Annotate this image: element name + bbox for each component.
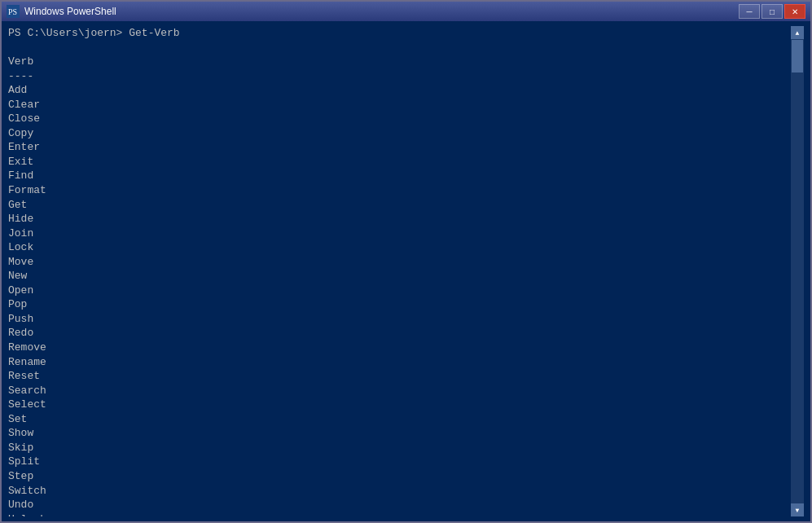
minimize-button[interactable]: ─ bbox=[739, 4, 760, 19]
scrollbar-track[interactable] bbox=[791, 39, 804, 503]
powershell-window: PS Windows PowerShell ─ □ ✕ PS C:\Users\… bbox=[0, 0, 812, 523]
titlebar-title: Windows PowerShell bbox=[24, 6, 739, 17]
titlebar-icon: PS bbox=[7, 5, 20, 18]
maximize-button[interactable]: □ bbox=[762, 4, 783, 19]
scrollbar-thumb[interactable] bbox=[792, 40, 803, 73]
svg-text:PS: PS bbox=[8, 7, 17, 16]
titlebar-buttons: ─ □ ✕ bbox=[739, 4, 805, 19]
scroll-up-arrow[interactable]: ▲ bbox=[791, 26, 804, 39]
console-content: PS C:\Users\joern> Get-Verb Verb bbox=[8, 26, 791, 516]
scroll-down-arrow[interactable]: ▼ bbox=[791, 503, 804, 516]
titlebar: PS Windows PowerShell ─ □ ✕ bbox=[2, 2, 810, 21]
close-button[interactable]: ✕ bbox=[784, 4, 805, 19]
scrollbar[interactable]: ▲ ▼ bbox=[791, 26, 804, 516]
console-area: PS C:\Users\joern> Get-Verb Verb bbox=[2, 21, 810, 521]
